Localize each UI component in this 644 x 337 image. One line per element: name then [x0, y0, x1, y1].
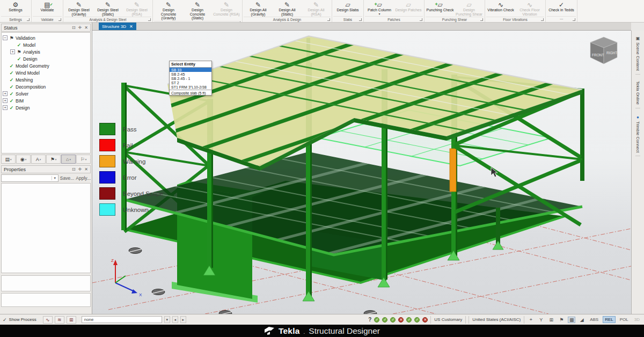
expander-icon[interactable]: +	[3, 91, 8, 96]
view-cube-right-face[interactable]: RIGHT	[606, 51, 617, 55]
expander-icon[interactable]: +	[3, 105, 8, 110]
view-cube[interactable]: FRONT RIGHT	[586, 35, 621, 68]
help-icon[interactable]: ?	[368, 317, 371, 323]
flag-icon[interactable]: ⚑	[558, 317, 565, 323]
patch-column-button[interactable]: ▱+ Patch Column ▾	[365, 0, 394, 16]
dialog-launcher-icon[interactable]	[480, 18, 483, 21]
dialog-launcher-icon[interactable]	[420, 18, 422, 21]
chevron-down-icon[interactable]: ▾	[164, 316, 170, 323]
properties-list-box[interactable]	[1, 275, 91, 291]
next-icon[interactable]: ▸	[180, 316, 186, 323]
vibration-wave-icon: ∿	[498, 1, 503, 9]
design-concrete-static-button[interactable]: ✎ Design Concrete (Static)	[183, 0, 212, 21]
entity-option[interactable]: Composite slab (5 ft)	[170, 90, 211, 95]
tree-item-model[interactable]: ✓ Model	[10, 41, 89, 48]
entity-option[interactable]: ST 2	[170, 80, 211, 85]
mode-3d-button[interactable]: 3D	[633, 317, 641, 323]
scene-content-tab[interactable]: ▣ Scene Content	[635, 33, 640, 75]
chevron-down-icon[interactable]: ▾	[52, 176, 58, 180]
apply-properties-link[interactable]: Apply...	[76, 175, 91, 181]
validate-button[interactable]: ▤✓ Validate	[33, 0, 62, 13]
tree-item-meshing[interactable]: ✓ Meshing	[3, 76, 89, 83]
tree-item-analysis[interactable]: + ⚑ Analysis	[10, 48, 89, 55]
settings-button[interactable]: ⚙ Settings	[1, 0, 30, 13]
dialog-launcher-icon[interactable]	[327, 18, 330, 21]
entity-option[interactable]: ST1 FRM 3"L10-2/38	[170, 85, 211, 89]
view-window-icon[interactable]: ⊞	[547, 317, 555, 323]
home-view-button[interactable]: ⌂	[61, 155, 76, 164]
status-panel-header: Status ⊡ ✛ ✕	[1, 24, 91, 32]
mode-pol-button[interactable]: POL	[618, 317, 630, 323]
view-cube-front-face[interactable]: FRONT	[592, 53, 604, 57]
snap-y-icon[interactable]: Y	[537, 317, 545, 323]
units-selector[interactable]: US Customary	[430, 316, 466, 324]
expander-icon[interactable]: +	[3, 98, 8, 103]
float-panel-icon[interactable]: ⊡	[72, 167, 76, 172]
properties-message-box	[1, 293, 91, 307]
expander-icon[interactable]: −	[3, 35, 8, 40]
tab-structure-3d[interactable]: Structure 3D ✕	[99, 23, 136, 30]
flag-view-button[interactable]: ⚑	[46, 155, 61, 164]
tree-item-bim[interactable]: + ✓ BIM	[3, 97, 89, 104]
check-icon: ✓	[9, 77, 14, 83]
analysis-graph-button[interactable]: ∿	[43, 316, 53, 324]
design-code-selector[interactable]: United States (ACI/AISC)	[469, 316, 524, 324]
warning-column[interactable]	[450, 149, 456, 192]
annotation-button[interactable]: A	[31, 155, 46, 164]
mode-shape-button[interactable]: ≋	[55, 316, 64, 324]
filter-view-button[interactable]: ⚐	[76, 155, 91, 164]
tree-item-design[interactable]: + ✓ Design	[3, 104, 89, 111]
tree-item-solver[interactable]: + ✓ Solver	[3, 90, 89, 97]
design-steel-gravity-button[interactable]: ✎ Design Steel (Gravity)	[64, 0, 93, 17]
punching-check-button[interactable]: ▱+ Punching Check	[426, 0, 455, 13]
design-concrete-gravity-button[interactable]: ✎ Design Concrete (Gravity)	[154, 0, 183, 21]
grid-snap-icon[interactable]: ▦	[568, 317, 575, 323]
prev-icon[interactable]: ◂	[172, 316, 178, 323]
close-icon[interactable]: ✕	[129, 24, 133, 29]
pin-icon[interactable]: ✛	[78, 26, 82, 30]
trimble-connect-tab[interactable]: ● Trimble Connect	[635, 112, 640, 156]
close-icon[interactable]: ✕	[84, 167, 88, 172]
result-filter-select[interactable]: none	[82, 316, 162, 323]
entity-option[interactable]: SB 2-45	[170, 72, 211, 76]
tree-item-wind-model[interactable]: ✓ Wind Model	[3, 69, 89, 76]
tree-item-decomposition[interactable]: ✓ Decomposition	[3, 83, 89, 90]
tekla-online-tab[interactable]: Tekla Online	[635, 78, 640, 108]
vibration-check-button[interactable]: ∿ Vibration Check	[486, 0, 515, 13]
dialog-launcher-icon[interactable]	[148, 18, 151, 21]
corner-snap-icon[interactable]: ◢	[578, 317, 586, 323]
pointer-select-icon[interactable]: ⌖	[527, 317, 535, 323]
entity-option[interactable]: SB 33	[170, 68, 211, 72]
tree-item-model-geometry[interactable]: ✓ Model Geometry	[3, 62, 89, 69]
properties-content[interactable]	[1, 183, 91, 273]
design-all-gravity-button[interactable]: ✎ Design All (Gravity)	[244, 0, 273, 17]
close-icon[interactable]: ✕	[84, 26, 88, 30]
check-in-tedds-button[interactable]: ✓ Check in Tedds	[547, 0, 576, 13]
design-all-static-button[interactable]: ✎ Design All (Static)	[273, 0, 302, 17]
trimble-icon: ●	[635, 115, 640, 120]
expander-icon[interactable]: +	[10, 49, 15, 54]
slab-icon: ▱	[406, 1, 411, 9]
dialog-launcher-icon[interactable]	[359, 18, 362, 21]
mode-abs-button[interactable]: ABS	[588, 317, 600, 323]
properties-preset-select[interactable]: ▾	[1, 174, 58, 182]
frames-view-button[interactable]: ▤	[1, 155, 16, 164]
mode-rel-button[interactable]: REL	[603, 316, 616, 323]
dialog-launcher-icon[interactable]	[573, 18, 575, 21]
design-slabs-button[interactable]: ▱ Design Slabs	[333, 0, 362, 13]
save-properties-link[interactable]: Save...	[60, 175, 74, 181]
float-panel-icon[interactable]: ⊡	[72, 26, 76, 30]
pin-icon[interactable]: ✛	[78, 167, 82, 172]
globe-view-button[interactable]: ◉	[16, 155, 31, 164]
show-process-check-icon[interactable]: ✓	[3, 317, 7, 323]
dialog-launcher-icon[interactable]	[27, 18, 30, 21]
entity-option[interactable]: SB 2-45 - 1	[170, 76, 211, 80]
dialog-launcher-icon[interactable]	[58, 18, 61, 21]
dialog-launcher-icon[interactable]	[541, 18, 544, 21]
result-table-button[interactable]: ⊞	[67, 316, 76, 324]
tree-item-validation[interactable]: − ⚑ Validation	[3, 34, 89, 41]
mode-shape-icon: ≋	[57, 317, 62, 323]
tree-item-design-child[interactable]: ✓ Design	[10, 55, 89, 62]
design-steel-static-button[interactable]: ✎ Design Steel (Static)	[93, 0, 122, 17]
viewport-3d[interactable]: Z X	[92, 31, 631, 314]
